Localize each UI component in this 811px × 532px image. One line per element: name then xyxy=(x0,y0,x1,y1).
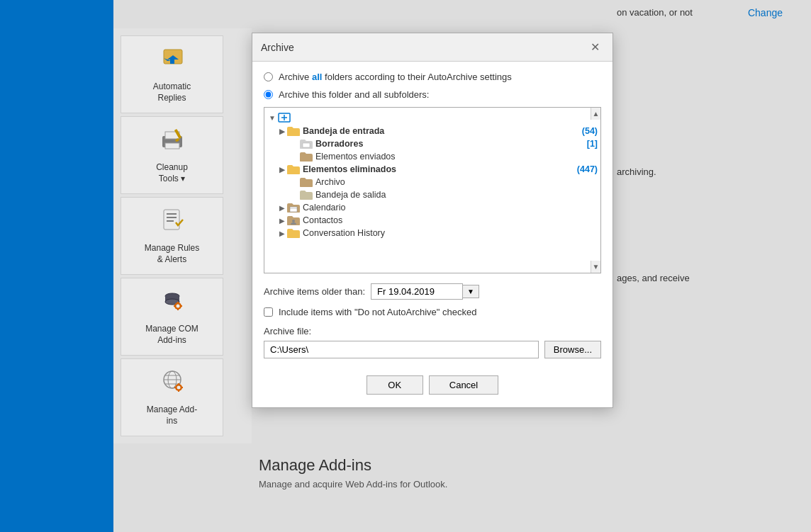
archive-file-input[interactable]: C:\Users\ xyxy=(264,341,539,358)
tree-item-eliminados[interactable]: ▶ Elementos eliminados (447) xyxy=(264,163,600,176)
folder-tree: ▼ ▶ Bandeja de entrada xyxy=(264,108,600,242)
expand-enviados xyxy=(290,153,300,161)
archive-date-row: Archive items older than: Fr 19.04.2019 … xyxy=(264,283,601,300)
do-not-archive-checkbox[interactable] xyxy=(264,307,273,317)
archivo-name: Archivo xyxy=(315,177,598,187)
svg-rect-37 xyxy=(290,207,297,212)
archive-file-label: Archive file: xyxy=(264,326,601,336)
tree-item-salida[interactable]: Bandeja de salida xyxy=(264,188,600,201)
salida-name: Bandeja de salida xyxy=(315,190,598,200)
checkbox-row: Include items with "Do not AutoArchive" … xyxy=(264,307,601,317)
expand-calendario: ▶ xyxy=(277,204,287,212)
checkbox-label[interactable]: Include items with "Do not AutoArchive" … xyxy=(279,307,476,317)
folder-icon-calendario xyxy=(287,203,300,213)
root-icon xyxy=(277,112,291,123)
expand-bandeja: ▶ xyxy=(277,128,287,135)
expand-borradores xyxy=(290,140,300,148)
expand-conversation: ▶ xyxy=(277,230,287,237)
tree-item-calendario[interactable]: ▶ Calendario xyxy=(264,201,600,214)
archive-older-label: Archive items older than: xyxy=(264,286,365,297)
tree-item-bandeja-entrada[interactable]: ▶ Bandeja de entrada (54) xyxy=(264,125,600,137)
tree-item-archivo[interactable]: Archivo xyxy=(264,176,600,188)
contactos-name: Contactos xyxy=(303,215,598,225)
dialog-actions: OK Cancel xyxy=(264,370,601,397)
tree-item-root[interactable]: ▼ xyxy=(264,111,600,125)
borradores-name: Borradores xyxy=(315,139,584,149)
expand-contactos: ▶ xyxy=(277,217,287,225)
conversation-name: Conversation History xyxy=(303,228,598,238)
file-row: C:\Users\ Browse... xyxy=(264,341,601,358)
ok-button[interactable]: OK xyxy=(367,375,423,395)
svg-rect-36 xyxy=(303,143,310,147)
dialog-titlebar: Archive ✕ xyxy=(252,33,613,62)
tree-item-borradores[interactable]: Borradores [1] xyxy=(264,137,600,150)
folder-icon-archivo xyxy=(300,177,313,187)
folder-icon-contactos xyxy=(287,215,300,225)
bandeja-count: (54) xyxy=(582,126,598,136)
borradores-count: [1] xyxy=(587,139,598,149)
date-input[interactable]: Fr 19.04.2019 xyxy=(371,283,463,300)
radio-option1-label[interactable]: Archive all folders according to their A… xyxy=(279,72,512,82)
radio-option1-row: Archive all folders according to their A… xyxy=(264,72,601,82)
dialog-title: Archive xyxy=(261,42,294,53)
folder-tree-container[interactable]: ▼ ▶ Bandeja de entrada xyxy=(264,107,601,273)
tree-item-conversation[interactable]: ▶ Conversation History xyxy=(264,227,600,239)
radio-option2-row: Archive this folder and all subfolders: xyxy=(264,89,601,100)
browse-button[interactable]: Browse... xyxy=(544,341,601,358)
folder-icon-salida xyxy=(300,190,313,200)
scroll-down-arrow[interactable]: ▼ xyxy=(591,261,600,273)
eliminados-name: Elementos eliminados xyxy=(303,164,574,174)
tree-item-enviados[interactable]: Elementos enviados xyxy=(264,150,600,163)
radio-this-folder[interactable] xyxy=(264,90,273,99)
folder-icon-borradores xyxy=(300,139,313,149)
svg-point-39 xyxy=(292,220,295,222)
expand-salida xyxy=(290,191,300,199)
eliminados-count: (447) xyxy=(577,164,598,174)
cancel-button[interactable]: Cancel xyxy=(429,375,498,395)
tree-item-contactos[interactable]: ▶ Contactos xyxy=(264,214,600,227)
calendario-name: Calendario xyxy=(303,203,598,213)
expand-archivo xyxy=(290,179,300,186)
expand-root: ▼ xyxy=(267,114,277,122)
folder-icon-enviados xyxy=(300,152,313,162)
radio-option2-label[interactable]: Archive this folder and all subfolders: xyxy=(279,89,429,100)
dialog-close-button[interactable]: ✕ xyxy=(586,39,604,55)
folder-icon-eliminados xyxy=(287,164,300,174)
date-select: Fr 19.04.2019 ▼ xyxy=(371,283,479,300)
archive-dialog: Archive ✕ Archive all folders according … xyxy=(252,33,613,408)
radio-all-folders[interactable] xyxy=(264,72,273,81)
date-dropdown-button[interactable]: ▼ xyxy=(463,285,479,298)
scroll-up-arrow[interactable]: ▲ xyxy=(591,108,600,120)
expand-eliminados: ▶ xyxy=(277,166,287,174)
folder-icon-bandeja xyxy=(287,126,300,136)
enviados-name: Elementos enviados xyxy=(315,152,598,162)
bandeja-name: Bandeja de entrada xyxy=(303,126,579,136)
dialog-body: Archive all folders according to their A… xyxy=(252,62,613,407)
folder-icon-conversation xyxy=(287,228,300,238)
